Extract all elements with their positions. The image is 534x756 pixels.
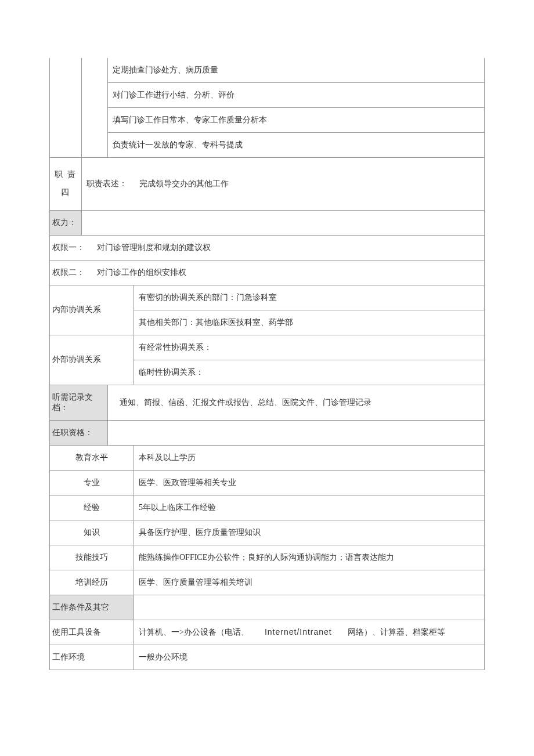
qual-row: 教育水平 本科及以上学历 [50,445,485,470]
work-tools-value: 计算机、一>办公设备（电话、 Internet/Intranet 网络）、计算器… [134,620,485,645]
external-coord-2: 临时性协调关系： [134,360,485,385]
docs-value: 通知、简报、信函、汇报文件或报告、总结、医院文件、门诊管理记录 [108,385,485,420]
rights-header: 权力： [50,210,82,235]
job-spec-table: 定期抽查门诊处方、病历质量 对门诊工作进行小结、分析、评价 填写门诊工作日常本、… [49,58,485,670]
duty-task: 填写门诊工作日常本、专家工作质量分析本 [108,108,485,133]
qual-label: 培训经历 [50,570,134,595]
qual-row: 专业 医学、医政管理等相关专业 [50,470,485,495]
qual-row: 经验 5年以上临床工作经验 [50,495,485,520]
duty-task-row: 定期抽查门诊处方、病历质量 [50,58,485,83]
docs-row: 听需记录文档： 通知、简报、信函、汇报文件或报告、总结、医院文件、门诊管理记录 [50,385,485,420]
duty-four-row: 职 责 四 职责表述： 完成领导交办的其他工作 [50,158,485,211]
work-tools-row: 使用工具设备 计算机、一>办公设备（电话、 Internet/Intranet … [50,620,485,645]
qual-value: 医学、医疗质量管理等相关培训 [134,570,485,595]
qual-row: 知识 具备医疗护理、医疗质量管理知识 [50,520,485,545]
duty-task: 负责统计一发放的专家、专科号提成 [108,133,485,158]
work-env-value: 一般办公环境 [134,645,485,670]
qual-label: 技能技巧 [50,545,134,570]
external-coord-row: 外部协调关系 有经常性协调关系： [50,335,485,360]
duty-four-desc: 职责表述： 完成领导交办的其他工作 [82,158,485,211]
qual-label: 经验 [50,495,134,520]
qual-value: 5年以上临床工作经验 [134,495,485,520]
qual-row: 技能技巧 能熟练操作OFFICE办公软件；良好的人际沟通协调能力；语言表达能力 [50,545,485,570]
external-coord-label: 外部协调关系 [50,335,134,385]
qual-row: 培训经历 医学、医疗质量管理等相关培训 [50,570,485,595]
qual-value: 能熟练操作OFFICE办公软件；良好的人际沟通协调能力；语言表达能力 [134,545,485,570]
duty-task-row: 填写门诊工作日常本、专家工作质量分析本 [50,108,485,133]
qual-value: 本科及以上学历 [134,445,485,470]
qual-header-row: 任职资格： [50,420,485,445]
docs-label: 听需记录文档： [50,385,108,420]
work-header: 工作条件及其它 [50,595,134,620]
duty-task: 对门诊工作进行小结、分析、评价 [108,83,485,108]
internal-coord-2: 其他相关部门：其他临床医技科室、药学部 [134,310,485,335]
rights-two-row: 权限二： 对门诊工作的组织安排权 [50,260,485,285]
rights-two: 权限二： 对门诊工作的组织安排权 [50,260,485,285]
qual-label: 专业 [50,470,134,495]
duty-task-row: 对门诊工作进行小结、分析、评价 [50,83,485,108]
external-coord-1: 有经常性协调关系： [134,335,485,360]
duty-task-row: 负责统计一发放的专家、专科号提成 [50,133,485,158]
qual-header: 任职资格： [50,420,108,445]
work-tools-label: 使用工具设备 [50,620,134,645]
qual-label: 教育水平 [50,445,134,470]
rights-one-row: 权限一： 对门诊管理制度和规划的建议权 [50,235,485,260]
internal-coord-row: 内部协调关系 有密切的协调关系的部门：门急诊科室 [50,285,485,310]
qual-value: 医学、医政管理等相关专业 [134,470,485,495]
work-env-row: 工作环境 一般办公环境 [50,645,485,670]
qual-label: 知识 [50,520,134,545]
qual-value: 具备医疗护理、医疗质量管理知识 [134,520,485,545]
duty-task: 定期抽查门诊处方、病历质量 [108,58,485,83]
duty-four-label: 职 责 四 [50,158,82,211]
internal-coord-label: 内部协调关系 [50,285,134,335]
work-header-row: 工作条件及其它 [50,595,485,620]
work-env-label: 工作环境 [50,645,134,670]
internal-coord-1: 有密切的协调关系的部门：门急诊科室 [134,285,485,310]
rights-header-row: 权力： [50,210,485,235]
rights-one: 权限一： 对门诊管理制度和规划的建议权 [50,235,485,260]
